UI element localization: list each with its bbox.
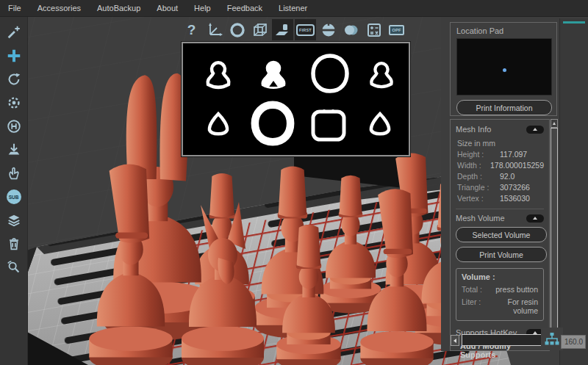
mesh-info-collapse-button[interactable] <box>526 126 544 134</box>
slice-shape-bust-outline <box>208 62 229 87</box>
add-plus-icon[interactable] <box>5 47 23 65</box>
inspect-model-icon[interactable] <box>5 259 23 276</box>
magic-wand-icon[interactable] <box>5 24 23 41</box>
panel-vertical-scrollbar[interactable] <box>551 119 558 333</box>
hand-tool-icon[interactable] <box>5 165 23 182</box>
zoom-value-field[interactable]: 160.0 <box>561 335 586 349</box>
blend-circles-icon[interactable] <box>340 19 362 40</box>
menu-accessories[interactable]: Accessories <box>29 1 89 15</box>
sub-circle-icon[interactable]: SUB <box>5 188 23 206</box>
hollow-h-icon[interactable] <box>5 118 23 135</box>
size-unit-label: Size in mm <box>457 139 544 148</box>
menu-feedback[interactable]: Feedback <box>219 1 270 15</box>
divider <box>456 209 544 209</box>
menu-file[interactable]: File <box>0 1 29 15</box>
location-pad-display[interactable] <box>456 38 552 95</box>
location-pad-panel: Location Pad Print Information <box>450 22 557 116</box>
volume-liter-row: Liter : For resin volume <box>462 297 538 315</box>
layers-icon[interactable] <box>5 212 23 229</box>
opf-export-icon[interactable]: OPF <box>386 19 407 40</box>
menu-bar: File Accessories AutoBackup About Help F… <box>0 0 588 17</box>
delete-trash-icon[interactable] <box>5 235 23 253</box>
mesh-volume-collapse-button[interactable] <box>526 214 544 223</box>
mesh-row-width: Width : 178.000015259 <box>457 161 544 170</box>
scrollbar-track[interactable] <box>551 128 558 332</box>
location-pad-title: Location Pad <box>456 26 551 35</box>
top-toolbar: ? FIRST OPF <box>181 19 407 40</box>
menu-help[interactable]: Help <box>186 1 219 15</box>
menu-autobackup[interactable]: AutoBackup <box>89 1 148 15</box>
horizontal-scroll-left-arrow[interactable] <box>451 335 459 346</box>
volume-result-box: Volume : Total : press button Liter : Fo… <box>456 268 544 321</box>
drop-to-plate-icon[interactable] <box>5 141 23 159</box>
slice-view-icon[interactable] <box>272 19 293 40</box>
slice-shape-large-ring <box>313 56 347 91</box>
slice-shape-triangle-ring <box>371 114 389 134</box>
mesh-volume-title: Mesh Volume <box>456 214 505 223</box>
cube-icon[interactable] <box>249 19 270 40</box>
help-icon[interactable]: ? <box>181 19 202 40</box>
volume-box-title: Volume : <box>462 272 538 281</box>
application-window: File Accessories AutoBackup About Help F… <box>0 0 588 365</box>
selected-volume-button[interactable]: Selected Volume <box>456 227 547 242</box>
scroll-up-arrow[interactable] <box>551 119 558 128</box>
mesh-row-triangle: Triangle : 3073266 <box>457 183 544 192</box>
volume-total-row: Total : press button <box>462 285 538 294</box>
mesh-row-height: Height : 117.097 <box>457 150 544 159</box>
horizontal-scrollbar-track[interactable] <box>462 334 545 346</box>
mesh-row-vertex: Vertex : 1536030 <box>457 194 544 203</box>
print-volume-button[interactable]: Print Volume <box>456 247 547 262</box>
left-toolbar: SUB <box>0 16 28 365</box>
rotate-icon[interactable] <box>5 71 23 88</box>
model-location-dot <box>503 68 506 72</box>
ring-icon[interactable] <box>226 19 248 40</box>
menu-about[interactable]: About <box>148 1 186 15</box>
slice-shape-square-ring <box>313 109 344 140</box>
slice-preview-panel <box>182 42 410 156</box>
first-layer-icon[interactable]: FIRST <box>295 19 316 40</box>
slice-shape-triangle-ring <box>209 114 227 134</box>
supports-tree-button[interactable] <box>541 328 563 350</box>
supports-tree-icon <box>544 332 560 347</box>
slice-shape-bust-solid <box>261 61 285 89</box>
settings-gear-icon[interactable] <box>5 94 23 112</box>
hemisphere-icon[interactable] <box>318 19 339 40</box>
info-panel: Mesh Info Size in mm Height : 117.097 Wi… <box>450 119 550 351</box>
teal-accent-bar <box>563 21 585 24</box>
slice-shape-bust-outline <box>371 63 391 87</box>
mesh-row-depth: Depth : 92.0 <box>457 172 544 181</box>
slice-shape-thick-blob-ring <box>255 105 290 142</box>
calculator-icon[interactable] <box>363 19 384 40</box>
opf-label: OPF <box>389 25 404 35</box>
print-information-button[interactable]: Print Information <box>456 100 552 115</box>
axis-icon[interactable] <box>204 19 225 40</box>
mesh-info-title: Mesh Info <box>456 125 491 134</box>
collapsed-side-column[interactable] <box>559 18 588 365</box>
first-label: FIRST <box>296 24 315 36</box>
menu-listener[interactable]: Listener <box>270 1 315 15</box>
sub-label: SUB <box>7 189 21 204</box>
